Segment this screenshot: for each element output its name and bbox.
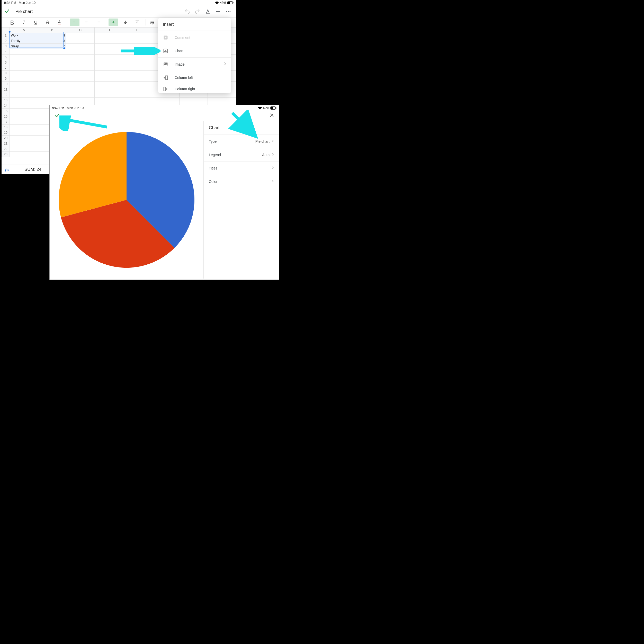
cell-E5[interactable]	[123, 55, 151, 60]
cell-F13[interactable]	[151, 98, 179, 103]
insert-item-column right[interactable]: Column right	[158, 84, 231, 93]
underline-button[interactable]	[31, 19, 41, 26]
row-header-14[interactable]: 14	[2, 103, 10, 109]
col-header-B[interactable]: B	[38, 28, 66, 33]
cell-B9[interactable]	[38, 76, 66, 82]
insert-button[interactable]	[213, 6, 223, 17]
cell-A16[interactable]	[10, 114, 38, 119]
wrap-button[interactable]	[147, 19, 157, 26]
insert-item-chart[interactable]: Chart	[158, 44, 231, 57]
cell-E8[interactable]	[123, 71, 151, 76]
document-title[interactable]: Pie chart	[15, 9, 33, 14]
cell-A19[interactable]	[10, 130, 38, 136]
chart-setting-color[interactable]: Color	[204, 175, 279, 188]
cell-D1[interactable]	[95, 33, 123, 38]
row-header-11[interactable]: 11	[2, 87, 10, 92]
cell-D10[interactable]	[95, 82, 123, 87]
valign-middle-button[interactable]	[120, 19, 130, 26]
cell-E12[interactable]	[123, 92, 151, 98]
cell-B6[interactable]	[38, 60, 66, 65]
row-header-6[interactable]: 6	[2, 60, 10, 65]
cell-C3[interactable]	[66, 44, 95, 49]
cell-C11[interactable]	[66, 87, 95, 92]
cell-B3[interactable]: 7	[38, 44, 66, 49]
cell-D12[interactable]	[95, 92, 123, 98]
cell-E9[interactable]	[123, 76, 151, 82]
cell-A13[interactable]	[10, 98, 38, 103]
col-header-E[interactable]: E	[123, 28, 151, 33]
row-header-2[interactable]: 2	[2, 38, 10, 44]
cell-D6[interactable]	[95, 60, 123, 65]
chart-setting-legend[interactable]: Legend Auto	[204, 148, 279, 162]
cell-A17[interactable]	[10, 119, 38, 125]
cell-C9[interactable]	[66, 76, 95, 82]
cell-B12[interactable]	[38, 92, 66, 98]
cell-A15[interactable]	[10, 109, 38, 114]
cell-B8[interactable]	[38, 71, 66, 76]
row-header-13[interactable]: 13	[2, 98, 10, 103]
row-header-20[interactable]: 20	[2, 136, 10, 141]
row-header-18[interactable]: 18	[2, 125, 10, 130]
align-right-button[interactable]	[93, 19, 103, 26]
cell-B5[interactable]	[38, 55, 66, 60]
cell-B7[interactable]	[38, 65, 66, 71]
row-header-21[interactable]: 21	[2, 141, 10, 146]
row-header-19[interactable]: 19	[2, 130, 10, 136]
cell-D4[interactable]	[95, 49, 123, 55]
valign-bottom-button[interactable]	[109, 19, 118, 26]
row-header-16[interactable]: 16	[2, 114, 10, 119]
cell-A10[interactable]	[10, 82, 38, 87]
cell-B13[interactable]	[38, 98, 66, 103]
cell-A23[interactable]	[10, 152, 38, 157]
cell-E10[interactable]	[123, 82, 151, 87]
cell-A4[interactable]	[10, 49, 38, 55]
row-header-8[interactable]: 8	[2, 71, 10, 76]
cell-C4[interactable]	[66, 49, 95, 55]
cell-A7[interactable]	[10, 65, 38, 71]
cell-D11[interactable]	[95, 87, 123, 92]
cell-A21[interactable]	[10, 141, 38, 146]
cell-E6[interactable]	[123, 60, 151, 65]
valign-top-button[interactable]	[132, 19, 142, 26]
cell-D3[interactable]	[95, 44, 123, 49]
cell-B4[interactable]	[38, 49, 66, 55]
row-header-15[interactable]: 15	[2, 109, 10, 114]
cell-C7[interactable]	[66, 65, 95, 71]
cell-A6[interactable]	[10, 60, 38, 65]
row-header-9[interactable]: 9	[2, 76, 10, 82]
cell-D13[interactable]	[95, 98, 123, 103]
cell-A18[interactable]	[10, 125, 38, 130]
col-header-A[interactable]: A	[10, 28, 38, 33]
row-header-22[interactable]: 22	[2, 146, 10, 152]
row-header-4[interactable]: 4	[2, 49, 10, 55]
chart-setting-titles[interactable]: Titles	[204, 162, 279, 175]
row-header-1[interactable]: 1	[2, 33, 10, 38]
cell-A8[interactable]	[10, 71, 38, 76]
row-header-10[interactable]: 10	[2, 82, 10, 87]
fx-icon[interactable]: ƒx	[2, 165, 12, 174]
cell-E7[interactable]	[123, 65, 151, 71]
strike-button[interactable]	[43, 19, 52, 26]
cell-E1[interactable]	[123, 33, 151, 38]
cell-A12[interactable]	[10, 92, 38, 98]
text-format-button[interactable]	[203, 6, 213, 17]
col-header-C[interactable]: C	[66, 28, 95, 33]
cell-A1[interactable]: Work	[10, 33, 38, 38]
confirm-check-icon[interactable]	[54, 113, 60, 119]
cell-H13[interactable]	[208, 98, 236, 103]
selection-handle-br[interactable]	[63, 47, 65, 49]
row-header-5[interactable]: 5	[2, 55, 10, 60]
cell-C1[interactable]	[66, 33, 95, 38]
cell-A9[interactable]	[10, 76, 38, 82]
cell-C6[interactable]	[66, 60, 95, 65]
cell-B1[interactable]: 9	[38, 33, 66, 38]
cell-A14[interactable]	[10, 103, 38, 109]
cell-D2[interactable]	[95, 38, 123, 44]
insert-item-column left[interactable]: Column left	[158, 71, 231, 84]
cell-E11[interactable]	[123, 87, 151, 92]
col-header-D[interactable]: D	[95, 28, 123, 33]
cell-C12[interactable]	[66, 92, 95, 98]
text-color-button[interactable]	[55, 19, 64, 26]
cell-D7[interactable]	[95, 65, 123, 71]
cell-C13[interactable]	[66, 98, 95, 103]
